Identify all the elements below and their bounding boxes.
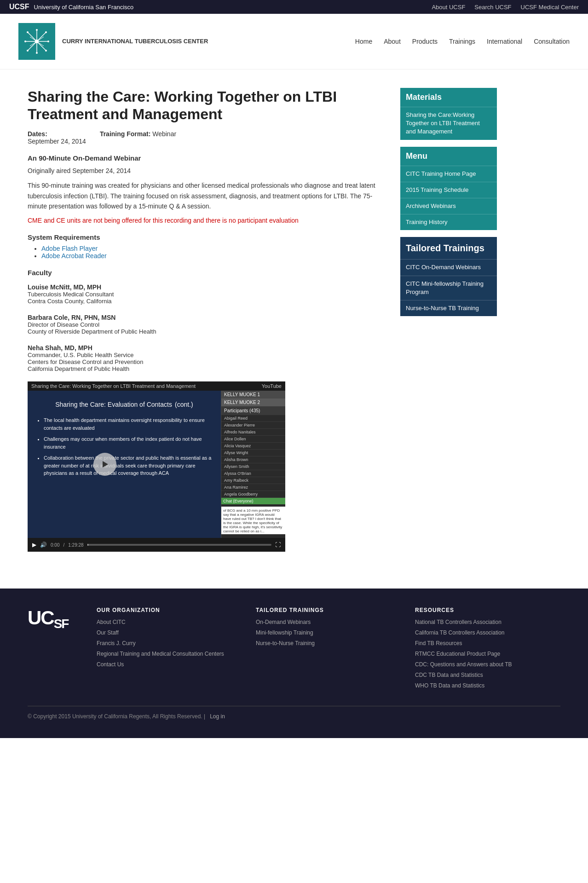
footer-francis-curry[interactable]: Francis J. Curry [97,639,242,647]
materials-section: Materials Sharing the Care:Working Toget… [400,88,497,140]
tailored-on-demand[interactable]: CITC On-Demand Webinars [400,259,497,275]
video-slide-title: Sharing the Care: Evaluation of Contacts… [35,398,214,410]
menu-archived-webinars[interactable]: Archived Webinars [400,198,497,214]
adobe-acrobat-link[interactable]: Adobe Acrobat Reader [41,252,107,260]
svg-line-2 [37,32,46,41]
about-ucsf-link[interactable]: About UCSF [432,4,465,11]
footer-tailored-title: TAILORED TRAININGS [256,607,401,613]
tailored-title: Tailored Trainings [400,237,497,259]
search-ucsf-link[interactable]: Search UCSF [474,4,511,11]
tailored-mini-fellowship[interactable]: CITC Mini-fellowship Training Program [400,276,497,300]
footer-logo-col: UCSF [28,607,83,692]
participant-4: Alice Dollen [221,436,285,443]
footer-our-staff[interactable]: Our Staff [97,629,242,637]
play-pause-button[interactable]: ▶ [32,542,36,548]
menu-2015-schedule[interactable]: 2015 Training Schedule [400,182,497,198]
footer-resources-title: RESOURCES [415,607,560,613]
volume-button[interactable]: 🔊 [40,542,47,548]
time-total: 1:29:28 [68,542,83,548]
nav-home[interactable]: Home [355,38,372,45]
ucsf-medical-center-link[interactable]: UCSF Medical Center [521,4,579,11]
footer-on-demand-webinars[interactable]: On-Demand Webinars [256,618,401,626]
svg-point-19 [36,29,38,31]
tailored-nurse-to-nurse[interactable]: Nurse-to-Nurse TB Training [400,300,497,316]
svg-point-13 [27,31,29,33]
logo-area: CURRY INTERNATIONAL TUBERCULOSIS CENTER [18,23,208,60]
nav-products[interactable]: Products [412,38,438,45]
svg-marker-21 [103,461,108,467]
system-req-acrobat[interactable]: Adobe Acrobat Reader [41,252,386,260]
menu-training-history[interactable]: Training History [400,214,497,230]
footer-grid: UCSF OUR ORGANIZATION About CITC Our Sta… [28,607,560,692]
adobe-flash-link[interactable]: Adobe Flash Player [41,245,98,252]
time-separator: / [63,542,64,548]
format-label: Training Format: [100,130,150,138]
faculty-2-name: Barbara Cole, RN, PHN, MSN [28,314,386,321]
copyright-text: © Copyright 2015 University of Californi… [28,713,205,720]
footer-who-data[interactable]: WHO TB Data and Statistics [415,681,560,690]
nav-consultation[interactable]: Consultation [534,38,570,45]
participant-5: Alicia Vasquez [221,443,285,450]
main-container: Sharing the Care: Working Together on LT… [0,69,588,570]
svg-line-1 [28,32,37,41]
faculty-3-title: Commander, U.S. Public Health Service [28,352,386,358]
footer-cdc-qa[interactable]: CDC: Questions and Answers about TB [415,660,560,669]
footer-ctca[interactable]: California TB Controllers Association [415,629,560,637]
footer-about-citc[interactable]: About CITC [97,618,242,626]
footer-mini-fellowship[interactable]: Mini-fellowship Training [256,629,401,637]
top-bar-left: UCSF University of California San Franci… [9,3,133,11]
footer-rtmcc[interactable]: Regional Training and Medical Consultati… [97,650,242,658]
youtube-label: YouTube [262,383,282,389]
svg-point-18 [47,40,49,42]
login-link[interactable]: Log in [210,713,225,720]
main-nav[interactable]: Home About Products Trainings Internatio… [355,38,570,45]
university-name: University of California San Francisco [34,4,134,11]
video-controls[interactable]: ▶ 🔊 0:00 / 1:29:28 ⛶ [28,538,285,552]
svg-point-14 [45,31,47,33]
footer-bottom: © Copyright 2015 University of Californi… [28,706,560,720]
sidebar: Materials Sharing the Care:Working Toget… [400,88,497,552]
top-bar-links[interactable]: About UCSF Search UCSF UCSF Medical Cent… [432,4,579,11]
tailored-section: Tailored Trainings CITC On-Demand Webina… [400,237,497,316]
play-icon [100,460,110,469]
footer-find-tb[interactable]: Find TB Resources [415,639,560,647]
footer-contact-us[interactable]: Contact Us [97,660,242,669]
nav-about[interactable]: About [384,38,401,45]
system-req-flash[interactable]: Adobe Flash Player [41,245,386,252]
video-bullet-3: Collaboration between the private sector… [44,454,214,477]
footer-rtmcc-product[interactable]: RTMCC Educational Product Page [415,650,560,658]
site-footer: UCSF OUR ORGANIZATION About CITC Our Sta… [0,589,588,738]
video-play-button[interactable] [93,453,116,476]
footer-cdc-data[interactable]: CDC TB Data and Statistics [415,671,560,679]
video-player[interactable]: Sharing the Care: Working Together on LT… [28,381,285,552]
logo-icon [23,28,51,55]
faculty-3: Neha Shah, MD, MPH Commander, U.S. Publi… [28,344,386,372]
faculty-2-title: Director of Disease Control [28,321,386,328]
svg-line-3 [28,41,37,51]
footer-ntca[interactable]: National TB Controllers Association [415,618,560,626]
materials-link-1[interactable]: Sharing the Care:Working Together on LTB… [400,107,497,140]
main-content: Sharing the Care: Working Together on LT… [28,88,386,552]
system-req-heading: System Requirements [28,233,386,241]
video-main-area: Sharing the Care: Evaluation of Contacts… [28,391,221,538]
menu-title: Menu [400,147,497,166]
nav-international[interactable]: International [487,38,522,45]
progress-bar[interactable] [87,544,271,546]
video-title-bar: Sharing the Care: Working Together on LT… [28,381,285,391]
footer-org-col: OUR ORGANIZATION About CITC Our Staff Fr… [97,607,242,692]
description-text: This 90-minute training was created for … [28,180,386,211]
footer-resources-col: RESOURCES National TB Controllers Associ… [415,607,560,692]
dates-value: September 24, 2014 [28,138,86,145]
svg-line-4 [37,41,46,51]
footer-nurse-to-nurse[interactable]: Nurse-to-Nurse Training [256,639,401,647]
fullscreen-button[interactable]: ⛶ [275,542,281,548]
footer-tailored-col: TAILORED TRAININGS On-Demand Webinars Mi… [256,607,401,692]
faculty-2-org: County of Riverside Department of Public… [28,328,386,335]
nav-trainings[interactable]: Trainings [449,38,475,45]
meta-format: Training Format: Webinar [100,130,176,145]
webinar-heading: An 90-Minute On-Demand Webinar [28,154,386,162]
menu-citc-home[interactable]: CITC Training Home Page [400,166,497,182]
ucsf-logo-text: UCSF [9,3,29,11]
progress-fill [87,544,88,546]
site-logo-text: CURRY INTERNATIONAL TUBERCULOSIS CENTER [62,37,208,46]
